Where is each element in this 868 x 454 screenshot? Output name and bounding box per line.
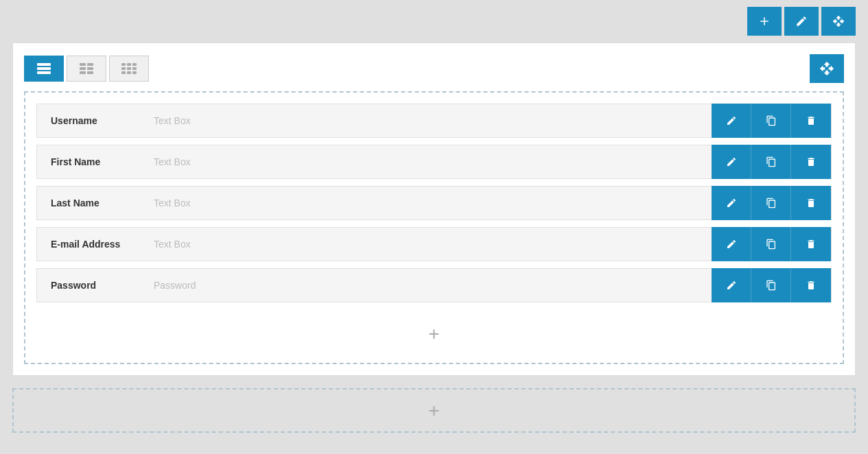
edit-button[interactable]: [784, 7, 819, 36]
field-type-lastname: Text Box: [154, 198, 712, 208]
delete-email-button[interactable]: [791, 227, 831, 261]
field-label-username: Username: [37, 115, 154, 126]
svg-rect-16: [127, 71, 131, 74]
delete-firstname-button[interactable]: [791, 145, 831, 179]
field-label-lastname: Last Name: [37, 198, 154, 208]
field-type-firstname: Text Box: [154, 156, 712, 167]
svg-rect-4: [87, 63, 93, 66]
edit-lastname-button[interactable]: [712, 186, 751, 220]
tab-triple-column[interactable]: [109, 56, 149, 82]
svg-rect-13: [127, 67, 131, 70]
copy-firstname-button[interactable]: [751, 145, 791, 179]
svg-rect-15: [121, 71, 126, 74]
field-type-username: Text Box: [154, 115, 712, 126]
svg-rect-9: [121, 63, 126, 66]
svg-rect-10: [127, 63, 131, 66]
svg-rect-11: [132, 63, 137, 66]
edit-password-button[interactable]: [712, 268, 751, 302]
field-label-password: Password: [37, 280, 154, 291]
table-row: Password Password: [36, 268, 832, 302]
svg-rect-3: [80, 63, 86, 66]
delete-lastname-button[interactable]: [791, 186, 831, 220]
move-button[interactable]: [821, 7, 856, 36]
section-move-button[interactable]: [810, 54, 844, 83]
field-actions-email: [712, 227, 831, 261]
form-container: Username Text Box First Name Text Box: [24, 91, 844, 364]
svg-rect-6: [87, 67, 93, 70]
layout-tabs-row: [24, 54, 844, 83]
edit-username-button[interactable]: [712, 104, 751, 138]
field-actions-username: [712, 104, 831, 138]
field-actions-password: [712, 268, 831, 302]
delete-username-button[interactable]: [791, 104, 831, 138]
layout-tabs-left: [24, 56, 149, 82]
svg-rect-7: [80, 71, 86, 74]
field-label-firstname: First Name: [37, 156, 154, 167]
add-field-button[interactable]: +: [36, 309, 832, 352]
add-button[interactable]: [747, 7, 782, 36]
delete-password-button[interactable]: [791, 268, 831, 302]
main-section: Username Text Box First Name Text Box: [12, 43, 856, 376]
svg-rect-2: [37, 71, 51, 74]
field-label-email: E-mail Address: [37, 239, 154, 250]
table-row: Last Name Text Box: [36, 186, 832, 220]
table-row: E-mail Address Text Box: [36, 227, 832, 261]
field-type-email: Text Box: [154, 239, 712, 250]
copy-email-button[interactable]: [751, 227, 791, 261]
tab-single-column[interactable]: [24, 56, 64, 82]
edit-email-button[interactable]: [712, 227, 751, 261]
svg-rect-12: [121, 67, 126, 70]
tab-double-column[interactable]: [67, 56, 106, 82]
field-type-password: Password: [154, 280, 712, 291]
table-row: Username Text Box: [36, 104, 832, 138]
field-actions-firstname: [712, 145, 831, 179]
copy-password-button[interactable]: [751, 268, 791, 302]
svg-rect-1: [37, 67, 51, 70]
field-actions-lastname: [712, 186, 831, 220]
copy-username-button[interactable]: [751, 104, 791, 138]
svg-rect-5: [80, 67, 86, 70]
edit-firstname-button[interactable]: [712, 145, 751, 179]
svg-rect-8: [87, 71, 93, 74]
svg-rect-0: [37, 63, 51, 66]
table-row: First Name Text Box: [36, 145, 832, 179]
copy-lastname-button[interactable]: [751, 186, 791, 220]
top-toolbar: [0, 0, 868, 43]
svg-rect-17: [132, 71, 137, 74]
svg-rect-14: [132, 67, 137, 70]
bottom-add-section[interactable]: +: [12, 388, 856, 433]
